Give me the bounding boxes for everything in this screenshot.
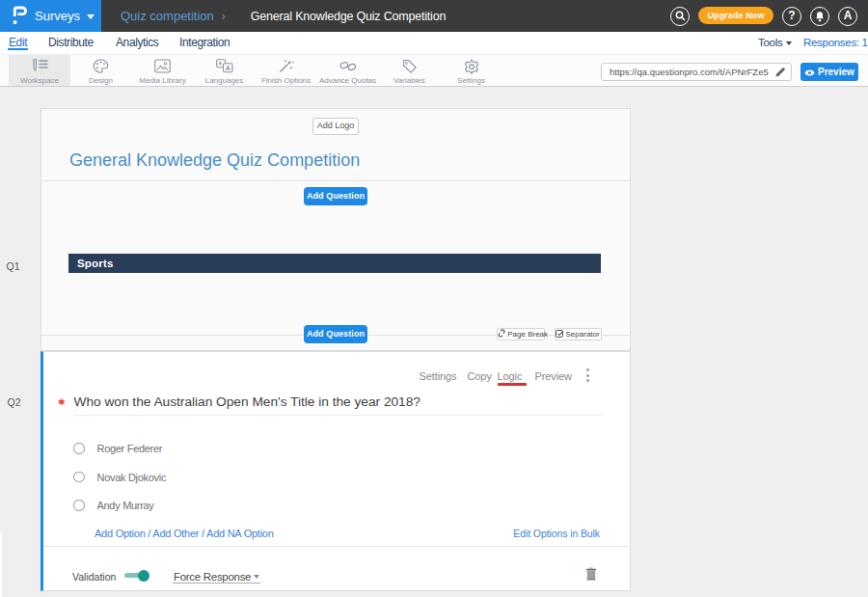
svg-text:A: A [225,65,230,71]
